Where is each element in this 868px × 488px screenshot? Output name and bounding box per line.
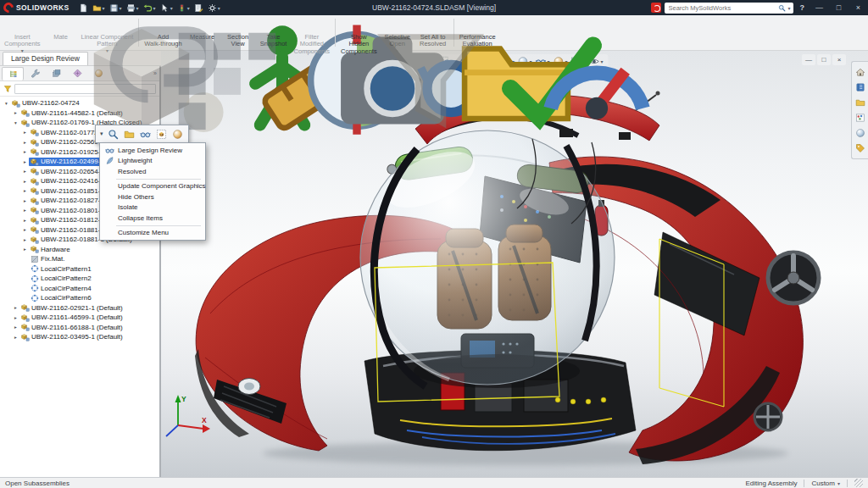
- tree-item-label: LocalCirPattern6: [41, 294, 92, 302]
- view-palette-button[interactable]: [854, 112, 866, 124]
- tree-item-content: LocalCirPattern6: [29, 294, 93, 302]
- solidworks-badge-icon[interactable]: [651, 3, 661, 13]
- tree-item-content: Fix.Mat.: [29, 255, 66, 263]
- solidworks-logo-text: SOLIDWORKS: [16, 3, 70, 12]
- save-document-button[interactable]: ▾: [108, 2, 124, 14]
- close-button[interactable]: ×: [850, 0, 866, 15]
- undo-button[interactable]: ▾: [142, 2, 158, 14]
- tree-item[interactable]: ▸UBW-21161-46599-1 (Default): [0, 313, 159, 323]
- context-menu: Large Design ReviewLightweightResolvedUp…: [99, 142, 206, 241]
- expand-arrow-icon[interactable]: ▸: [21, 149, 29, 154]
- tree-item[interactable]: LocalCirPattern2: [0, 274, 159, 284]
- menu-item-resolved[interactable]: Resolved: [102, 166, 203, 177]
- triad-x-label: X: [202, 416, 207, 424]
- search-caret-icon[interactable]: ▾: [787, 5, 790, 11]
- doc-close-button[interactable]: ×: [832, 54, 846, 65]
- context-options-caret-button[interactable]: ▾: [100, 127, 103, 141]
- zoom-to-selection-icon: [108, 129, 119, 140]
- search-icon[interactable]: [778, 4, 786, 12]
- expand-arrow-icon[interactable]: ▸: [21, 159, 29, 164]
- expand-arrow-icon[interactable]: ▸: [21, 188, 29, 193]
- expand-arrow-icon[interactable]: ▸: [12, 324, 19, 330]
- solidworks-resources-button[interactable]: [854, 66, 866, 78]
- menu-separator: [116, 179, 201, 180]
- menu-item-icon-slot: [104, 202, 115, 212]
- appearances-scenes-button[interactable]: [854, 127, 866, 139]
- menu-item-large-design-review[interactable]: Large Design Review: [102, 145, 203, 156]
- tree-item[interactable]: LocalCirPattern6: [0, 293, 159, 303]
- tree-item[interactable]: LocalCirPattern1: [0, 264, 159, 274]
- appearances-button[interactable]: [171, 127, 184, 141]
- tree-item-content: LocalCirPattern1: [29, 264, 93, 273]
- print-document-button[interactable]: ▾: [125, 2, 141, 14]
- new-document-button[interactable]: [77, 2, 90, 14]
- menu-item-isolate[interactable]: Isolate: [102, 202, 203, 214]
- expand-arrow-icon[interactable]: ▸: [21, 208, 29, 213]
- pat-icon: [31, 294, 39, 302]
- menu-item-label: Update Component Graphics: [118, 182, 206, 190]
- tree-item[interactable]: ▸UBW-21162-02921-1 (Default): [0, 303, 159, 313]
- resize-grip[interactable]: [854, 479, 863, 487]
- expand-arrow-icon[interactable]: ▸: [21, 247, 29, 252]
- select-button[interactable]: ▾: [159, 2, 175, 14]
- help-button[interactable]: ?: [797, 3, 809, 12]
- context-toolbar: ▾: [95, 125, 189, 143]
- tree-item[interactable]: ▸UBW-21162-03495-1 (Default): [0, 332, 159, 342]
- expand-arrow-icon[interactable]: ▸: [12, 335, 19, 340]
- options-icon: [208, 3, 217, 13]
- expand-arrow-icon[interactable]: ▸: [21, 198, 29, 203]
- menu-item-collapse-items[interactable]: Collapse Items: [102, 213, 203, 224]
- command-manager-ribbon: InsertComponents▾MateLinear ComponentPat…: [0, 15, 868, 51]
- expand-arrow-icon[interactable]: ▸: [21, 227, 29, 232]
- asm-icon: [31, 206, 39, 214]
- expand-arrow-icon[interactable]: ▸: [21, 237, 29, 242]
- tree-item[interactable]: LocalCirPattern4: [0, 284, 159, 294]
- pat-icon: [31, 274, 39, 283]
- solidworks-window: SOLIDWORKS ▾▾▾▾▾▾▾ UBW-21162-04724.SLDAS…: [0, 0, 868, 488]
- hide-components-button[interactable]: [139, 127, 152, 141]
- menu-item-update-component-graphics[interactable]: Update Component Graphics: [102, 181, 203, 192]
- tree-item-content: Hardware: [29, 245, 72, 253]
- menu-item-lightweight[interactable]: Lightweight: [102, 156, 203, 167]
- expand-arrow-icon[interactable]: ▸: [21, 169, 29, 174]
- zoom-to-selection-button[interactable]: [107, 127, 120, 141]
- maximize-button[interactable]: □: [831, 0, 847, 15]
- open-document-button[interactable]: ▾: [91, 2, 107, 14]
- open-subassembly-icon: [124, 129, 135, 140]
- menu-item-hide-others[interactable]: Hide Others: [102, 191, 203, 202]
- file-properties-button[interactable]: [192, 2, 205, 14]
- rebuild-button[interactable]: ▾: [175, 2, 192, 14]
- file-explorer-button[interactable]: [854, 97, 866, 108]
- open-subassembly-button[interactable]: [123, 127, 136, 141]
- options-button[interactable]: ▾: [206, 2, 222, 14]
- expand-arrow-icon[interactable]: ▸: [21, 218, 29, 223]
- search-input[interactable]: [667, 3, 777, 14]
- isolate-button[interactable]: [155, 127, 168, 141]
- menu-item-label: Lightweight: [118, 157, 152, 164]
- tree-item-label: LocalCirPattern4: [41, 285, 92, 292]
- tree-item-label: LocalCirPattern1: [41, 265, 92, 273]
- asm-icon: [31, 147, 39, 156]
- design-library-button[interactable]: [854, 81, 866, 93]
- save-document-icon: [109, 3, 119, 13]
- minimize-button[interactable]: —: [811, 0, 827, 15]
- asm-icon: [31, 167, 39, 175]
- tree-item-label: UBW-21162-02921-1 (Default): [31, 304, 123, 312]
- tree-item[interactable]: Fix.Mat.: [0, 254, 159, 264]
- asm-icon: [31, 177, 39, 186]
- expand-arrow-icon[interactable]: ▾: [3, 101, 10, 106]
- menu-item-label: Collapse Items: [118, 214, 163, 222]
- configuration-caret-icon: ▾: [837, 480, 840, 486]
- tree-item-content: LocalCirPattern2: [29, 274, 93, 283]
- tree-item[interactable]: ▸Hardware: [0, 245, 159, 255]
- custom-properties-button[interactable]: [854, 142, 866, 154]
- configuration-selector[interactable]: Custom ▾: [811, 480, 840, 487]
- expand-arrow-icon[interactable]: ▸: [12, 305, 19, 310]
- expand-arrow-icon[interactable]: ▸: [21, 179, 29, 184]
- doc-minimize-button[interactable]: —: [802, 54, 815, 65]
- tree-item[interactable]: ▸UBW-21161-66188-1 (Default): [0, 323, 159, 333]
- menu-item-customize-menu[interactable]: Customize Menu: [102, 228, 203, 239]
- expand-arrow-icon[interactable]: ▸: [12, 315, 19, 320]
- tree-item-content: UBW-21162-03495-1 (Default): [19, 333, 125, 341]
- doc-restore-button[interactable]: □: [817, 54, 831, 65]
